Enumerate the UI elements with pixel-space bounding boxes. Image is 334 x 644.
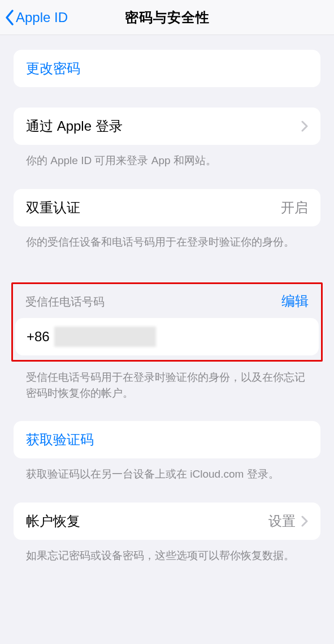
change-password-row[interactable]: 更改密码	[14, 50, 320, 87]
phone-number-redacted	[54, 327, 156, 347]
back-button[interactable]: Apple ID	[0, 9, 68, 26]
get-code-label: 获取验证码	[26, 431, 94, 449]
chevron-left-icon	[5, 9, 15, 26]
account-recovery-label: 帐户恢复	[26, 512, 80, 530]
change-password-label: 更改密码	[26, 59, 80, 78]
get-code-footer: 获取验证码以在另一台设备上或在 iCloud.com 登录。	[14, 458, 320, 482]
account-recovery-value: 设置	[268, 512, 296, 530]
group-change-password: 更改密码	[14, 50, 320, 87]
sign-in-with-apple-label: 通过 Apple 登录	[26, 117, 123, 135]
trusted-phone-section-title: 受信任电话号码	[25, 294, 105, 310]
group-get-code: 获取验证码 获取验证码以在另一台设备上或在 iCloud.com 登录。	[14, 421, 320, 482]
highlight-box: 受信任电话号码 编辑 +86	[11, 282, 323, 362]
chevron-right-icon	[301, 121, 308, 132]
two-factor-footer: 你的受信任设备和电话号码用于在登录时验证你的身份。	[14, 226, 320, 250]
group-trusted-phone: 受信任电话号码 编辑 +86 受信任电话号码用于在登录时验证你的身份，以及在你忘…	[14, 282, 320, 401]
two-factor-label: 双重认证	[26, 199, 80, 217]
group-sign-in-with-apple: 通过 Apple 登录 你的 Apple ID 可用来登录 App 和网站。	[14, 108, 320, 169]
phone-country-code: +86	[18, 329, 54, 345]
back-label: Apple ID	[16, 10, 68, 25]
group-account-recovery: 帐户恢复 设置 如果忘记密码或设备密码，这些选项可以帮你恢复数据。	[14, 503, 320, 564]
chevron-right-icon	[301, 516, 308, 527]
account-recovery-footer: 如果忘记密码或设备密码，这些选项可以帮你恢复数据。	[14, 540, 320, 564]
nav-bar: Apple ID 密码与安全性	[0, 0, 334, 35]
account-recovery-row[interactable]: 帐户恢复 设置	[14, 503, 320, 540]
trusted-phone-row[interactable]: +86	[15, 318, 319, 355]
trusted-phone-footer: 受信任电话号码用于在登录时验证你的身份，以及在你忘记密码时恢复你的帐户。	[14, 362, 320, 401]
two-factor-row[interactable]: 双重认证 开启	[14, 189, 320, 226]
edit-button[interactable]: 编辑	[281, 292, 309, 310]
two-factor-value: 开启	[281, 199, 308, 217]
get-code-row[interactable]: 获取验证码	[14, 421, 320, 458]
group-two-factor: 双重认证 开启 你的受信任设备和电话号码用于在登录时验证你的身份。	[14, 189, 320, 250]
sign-in-with-apple-footer: 你的 Apple ID 可用来登录 App 和网站。	[14, 145, 320, 169]
sign-in-with-apple-row[interactable]: 通过 Apple 登录	[14, 108, 320, 145]
